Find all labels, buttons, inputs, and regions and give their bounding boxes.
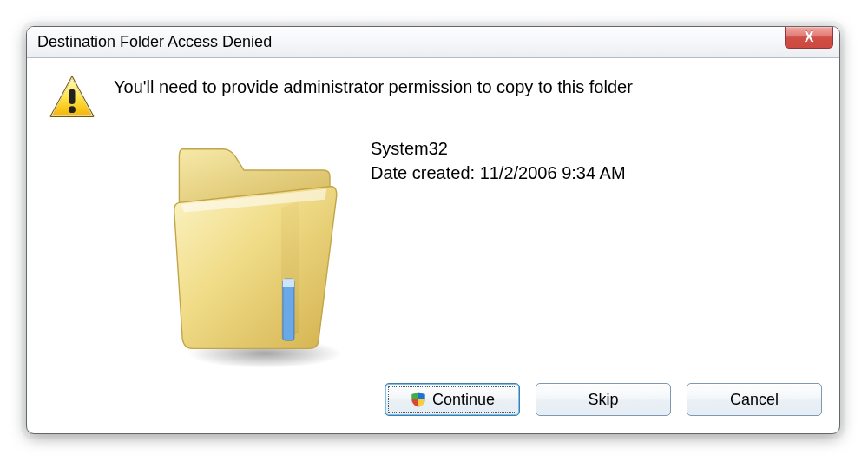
warning-icon xyxy=(48,74,96,122)
continue-button[interactable]: Continue xyxy=(385,383,520,416)
button-row: Continue Skip Cancel xyxy=(385,383,822,416)
skip-button[interactable]: Skip xyxy=(536,383,671,416)
continue-label: Continue xyxy=(432,391,495,409)
svg-rect-4 xyxy=(283,279,294,287)
svg-rect-0 xyxy=(69,89,76,105)
folder-date: Date created: 11/2/2006 9:34 AM xyxy=(371,161,626,185)
svg-rect-3 xyxy=(283,279,294,340)
access-denied-dialog: Destination Folder Access Denied X xyxy=(26,26,840,434)
skip-label: Skip xyxy=(588,391,618,409)
cancel-label: Cancel xyxy=(730,391,779,409)
dialog-message: You'll need to provide administrator per… xyxy=(114,74,633,97)
folder-name: System32 xyxy=(371,136,626,161)
folder-icon xyxy=(157,135,357,378)
dialog-client-area: You'll need to provide administrator per… xyxy=(27,58,839,433)
close-button[interactable]: X xyxy=(785,27,833,49)
shield-icon xyxy=(410,391,427,408)
titlebar: Destination Folder Access Denied X xyxy=(27,27,839,58)
cancel-button[interactable]: Cancel xyxy=(687,383,822,416)
close-icon: X xyxy=(805,30,814,45)
dialog-title: Destination Folder Access Denied xyxy=(37,33,272,51)
svg-point-1 xyxy=(69,106,76,113)
folder-meta: System32 Date created: 11/2/2006 9:34 AM xyxy=(371,135,626,185)
